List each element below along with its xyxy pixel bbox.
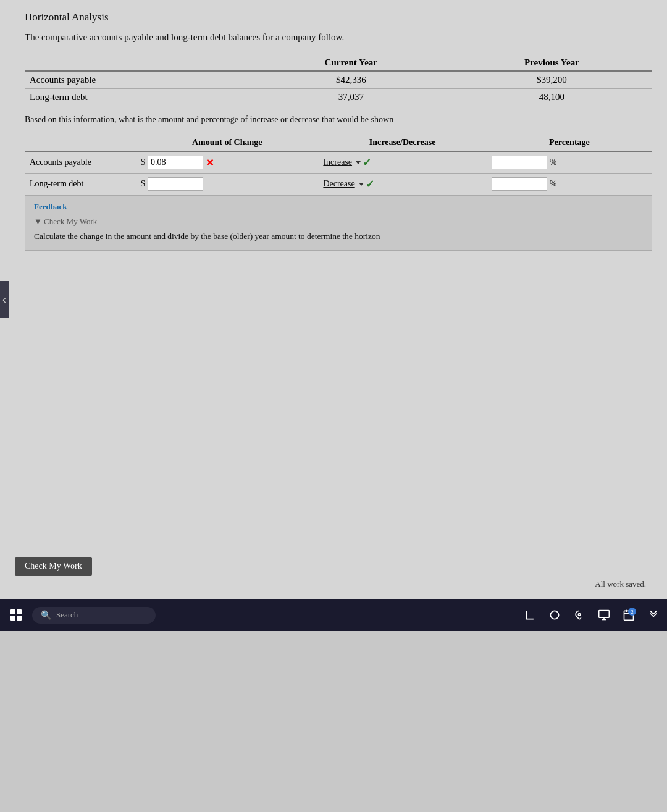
amount-cell-ap: $ ✕ [136, 151, 318, 174]
feedback-label[interactable]: Feedback [34, 202, 643, 212]
row-current-ap: $42,336 [251, 71, 451, 89]
feedback-text: Calculate the change in the amount and d… [34, 232, 643, 241]
intro-text: The comparative accounts payable and lon… [25, 32, 652, 43]
dropdown-arrow-ap [356, 161, 361, 164]
row-previous-ltd: 48,100 [451, 89, 652, 106]
check-my-work-inline-label[interactable]: ▼ Check My Work [34, 217, 643, 227]
col-header-label [25, 55, 251, 71]
row-previous-ap: $39,200 [451, 71, 652, 89]
amount-input-ap[interactable] [148, 156, 203, 169]
taskbar-search-text: Search [56, 610, 78, 620]
pct-cell-ap: % [487, 151, 652, 174]
answer-label-ap: Accounts payable [25, 151, 136, 174]
pct-cell-ltd: % [487, 174, 652, 195]
data-table: Current Year Previous Year Accounts paya… [25, 55, 652, 106]
incdec-display-ap[interactable]: Increase [323, 157, 352, 167]
answer-col-pct: Percentage [487, 135, 652, 151]
table-row: Accounts payable $42,336 $39,200 [25, 71, 652, 89]
search-icon: 🔍 [41, 610, 51, 621]
answer-col-label [25, 135, 136, 151]
check-icon-ltd: ✓ [366, 178, 374, 191]
dollar-sign-ltd: $ [141, 179, 145, 189]
content-spacer [25, 251, 652, 547]
taskbar-right-icons: 2 [521, 606, 662, 624]
taskbar-app-l[interactable] [521, 606, 539, 624]
dropdown-arrow-ltd [359, 183, 364, 186]
answer-label-ltd: Long-term debt [25, 174, 136, 195]
answer-row-ltd: Long-term debt $ Decrease ✓ [25, 174, 652, 195]
incdec-cell-ltd: Decrease ✓ [318, 174, 486, 195]
table-row: Long-term debt 37,037 48,100 [25, 89, 652, 106]
svg-rect-2 [599, 611, 610, 618]
col-header-previous: Previous Year [451, 55, 652, 71]
taskbar-calendar[interactable]: 2 [620, 606, 637, 624]
row-current-ltd: 37,037 [251, 89, 451, 106]
start-button[interactable] [5, 604, 27, 626]
row-label-ltd: Long-term debt [25, 89, 251, 106]
answer-col-incdec: Increase/Decrease [318, 135, 486, 151]
badge-count: 2 [628, 608, 636, 616]
taskbar: 🔍 Search [0, 599, 667, 631]
error-icon-ap: ✕ [206, 157, 214, 169]
percent-sign-ap: % [550, 157, 557, 167]
amount-input-ltd[interactable] [148, 177, 203, 191]
percent-sign-ltd: % [550, 179, 557, 189]
svg-point-1 [578, 614, 580, 616]
all-work-saved: All work saved. [15, 579, 652, 589]
incdec-cell-ap: Increase ✓ [318, 151, 486, 174]
dollar-sign-ap: $ [141, 157, 145, 167]
answer-table: Amount of Change Increase/Decrease Perce… [25, 135, 652, 195]
taskbar-app-ear[interactable] [571, 606, 588, 624]
percentage-input-ltd[interactable] [492, 177, 547, 191]
taskbar-app-monitor[interactable] [595, 606, 613, 624]
windows-logo-icon [10, 609, 22, 621]
amount-cell-ltd: $ [136, 174, 318, 195]
check-icon-ap: ✓ [363, 156, 371, 169]
answer-col-amount: Amount of Change [136, 135, 318, 151]
col-header-current: Current Year [251, 55, 451, 71]
question-text: Based on this information, what is the a… [25, 115, 652, 125]
svg-point-0 [550, 611, 558, 619]
incdec-display-ltd[interactable]: Decrease [323, 179, 354, 189]
taskbar-search[interactable]: 🔍 Search [32, 607, 156, 624]
percentage-input-ap[interactable] [492, 156, 547, 169]
nav-left-button[interactable]: ‹ [0, 281, 9, 318]
feedback-section: Feedback ▼ Check My Work Calculate the c… [25, 195, 652, 251]
bottom-area: Check My Work All work saved. [0, 547, 667, 599]
row-label-ap: Accounts payable [25, 71, 251, 89]
check-my-work-button[interactable]: Check My Work [15, 557, 92, 576]
answer-row-ap: Accounts payable $ ✕ Increase ✓ [25, 151, 652, 174]
taskbar-chevron[interactable] [645, 606, 662, 624]
page-title: Horizontal Analysis [25, 11, 652, 23]
taskbar-app-circle[interactable] [546, 606, 563, 624]
